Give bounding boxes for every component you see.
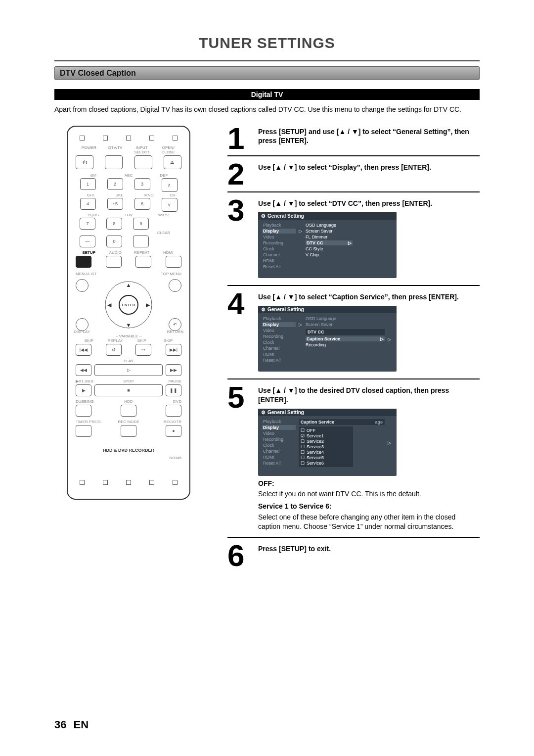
step-text: Use [: [258, 199, 275, 207]
return-label: RETURN: [167, 330, 183, 334]
step-text: ] to select “Caption Service”, then pres…: [295, 293, 459, 301]
label-power: POWER: [76, 145, 102, 154]
enter-button[interactable]: ENTER: [119, 295, 138, 315]
pause-button[interactable]: ❚❚: [166, 384, 181, 396]
power-button[interactable]: ⏻: [76, 155, 93, 169]
step-text: Press [SETUP] to exit.: [258, 544, 480, 554]
replay-button[interactable]: ↺: [106, 344, 122, 356]
dubbing-button[interactable]: [76, 405, 91, 417]
num-2[interactable]: 2: [107, 178, 123, 190]
pause-label: PAUSE: [146, 379, 181, 383]
osd-ghost-text: age: [375, 420, 383, 425]
step-number: 1: [227, 126, 251, 152]
osd-screenshot-3: General Setting Playback Display Video R…: [258, 212, 397, 278]
osd-option: Service2: [301, 439, 351, 444]
arrow-left-icon[interactable]: ◀: [107, 302, 111, 308]
num-8[interactable]: 8: [106, 218, 122, 230]
num-0[interactable]: 0: [106, 236, 122, 247]
num-1[interactable]: 1: [80, 178, 96, 190]
timer-button[interactable]: [76, 425, 91, 437]
arrow-down-icon[interactable]: ▼: [126, 322, 132, 328]
dvd-button[interactable]: [166, 405, 181, 417]
page-title: TUNER SETTINGS: [54, 35, 480, 51]
step-text: Use [: [258, 163, 275, 171]
recmode-label: REC MODE: [111, 420, 146, 424]
osd-option-selected: Service1: [301, 433, 351, 438]
audio-button[interactable]: [106, 256, 122, 268]
step-number: 4: [227, 291, 251, 375]
setup-button[interactable]: [76, 256, 91, 268]
dtv-tv-button[interactable]: [105, 155, 123, 169]
step-divider: [227, 285, 480, 286]
skip-next-button[interactable]: ▶▶|: [166, 344, 181, 356]
stop-label: STOP: [111, 379, 146, 383]
ch-up-button[interactable]: ∧: [162, 178, 178, 192]
ch-down-button[interactable]: ∨: [162, 198, 178, 212]
forward-button[interactable]: ▶▶: [166, 364, 181, 376]
step-number: 3: [227, 197, 251, 281]
replay-label: REPLAY: [102, 338, 129, 343]
remote-hole: [126, 480, 131, 485]
numpad-abc-label: GHI: [76, 193, 105, 197]
hdd-button[interactable]: [121, 405, 136, 417]
num-4[interactable]: 4: [80, 198, 96, 210]
input-select-button[interactable]: [134, 155, 152, 169]
hdmi-button[interactable]: [166, 256, 181, 268]
num-7[interactable]: 7: [80, 218, 95, 230]
remote-caption: HDD & DVD RECORDER: [76, 448, 181, 453]
stop-button[interactable]: ■: [94, 384, 163, 396]
page-lang: EN: [74, 718, 89, 731]
repeat-button[interactable]: [135, 256, 151, 268]
num-3[interactable]: 3: [134, 178, 150, 190]
skip-back-button[interactable]: |◀◀: [76, 344, 91, 356]
menu-list-button[interactable]: [76, 279, 89, 292]
osd-option-list: OFF Service1 Service2 Service3 Service4 …: [299, 426, 353, 467]
step-number: 5: [227, 384, 251, 533]
osd-option: Service4: [301, 450, 351, 455]
numpad-abc-label: TUV: [111, 213, 146, 217]
remote-hole: [149, 480, 154, 485]
service-heading: Service 1 to Service 6:: [258, 502, 480, 511]
play-button[interactable]: ▷: [94, 364, 163, 376]
osd-submenu: OSD Language Screen Saver FL Dimmer DTV …: [306, 223, 353, 269]
page-footer: 36 EN: [54, 718, 89, 731]
skip-label: SKIP: [76, 338, 102, 343]
display-label: DISPLAY: [74, 330, 90, 334]
audio-label: AUDIO: [102, 250, 129, 255]
rewind-button[interactable]: ◀◀: [76, 364, 91, 376]
osd-dtvcc-header: DTV CC: [306, 329, 385, 335]
recmode-button[interactable]: [121, 425, 136, 437]
osd-title: General Setting: [258, 212, 397, 220]
arrow-right-icon[interactable]: ▶: [146, 302, 150, 308]
osd-menu-list: Playback Display Video Recording Clock C…: [262, 419, 296, 467]
arrow-up-icon[interactable]: ▲: [126, 282, 132, 288]
remote-hole: [103, 480, 108, 485]
remote-hole: [80, 136, 85, 141]
recotr-button[interactable]: ●: [166, 425, 181, 437]
x13-label: ▶X1.3/0.8: [76, 379, 111, 383]
numpad-abc-label: DEF: [146, 173, 181, 178]
dash-button[interactable]: —: [80, 236, 95, 247]
step-divider: [227, 191, 480, 192]
x13-button[interactable]: ▶: [76, 384, 91, 396]
remote-hole: [173, 136, 178, 141]
skip-fwd-button[interactable]: ↪: [135, 344, 151, 356]
osd-title: General Setting: [258, 409, 397, 416]
off-heading: OFF:: [258, 479, 480, 488]
numpad-abc-label: @/!: [76, 173, 111, 178]
remote-hole: [80, 480, 85, 485]
step-text: ] to select “DTV CC”, then press [ENTER]…: [295, 199, 432, 207]
menu-list-label: MENU/LIST: [76, 272, 111, 276]
open-close-button[interactable]: ⏏: [164, 155, 181, 169]
osd-screenshot-5: General Setting Playback Display Video R…: [258, 409, 397, 476]
top-menu-button[interactable]: [169, 279, 181, 292]
num-5[interactable]: ∘5: [107, 198, 123, 210]
skip-label: SKIP: [155, 338, 182, 343]
num-9[interactable]: 9: [133, 218, 149, 230]
num-6[interactable]: 6: [134, 198, 150, 210]
osd-screenshot-4: General Setting Playback Display Video R…: [258, 306, 397, 372]
step-text: /: [346, 128, 352, 136]
clear-button[interactable]: [133, 236, 149, 247]
remote-hole: [126, 136, 131, 141]
step-text: /: [282, 293, 288, 301]
